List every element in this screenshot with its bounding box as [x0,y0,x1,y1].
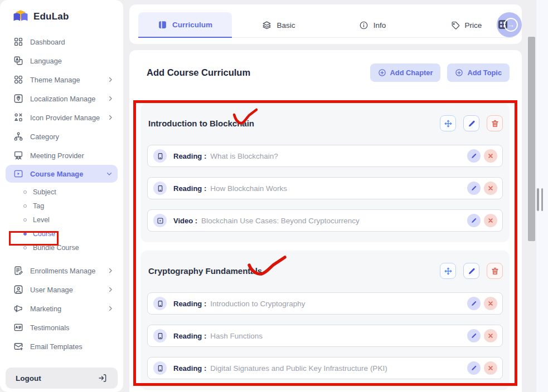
topic-actions [467,214,497,227]
topic-edit-button[interactable] [467,329,481,342]
chapter-edit-button[interactable] [463,115,479,131]
sidebar-item-label: Meeting Provider [30,151,84,160]
tab-bar-card: CurriculumBasicInfoPrice [129,4,522,44]
topic-title: Introduction to Cryptography [210,300,305,308]
topic-edit-button[interactable] [467,149,481,163]
map-pin-icon [13,94,23,104]
sidebar-item-testimonials[interactable]: Testimonials [0,318,123,337]
curriculum-header: Add Course Curriculum Add Chapter Add To… [147,63,510,82]
sidebar-item-category[interactable]: Category [0,127,123,146]
sidebar: EduLab DashboardLanguageTheme ManageLoca… [0,0,123,392]
floating-next-button[interactable]: → [497,12,522,37]
sidebar-item-meeting-provider[interactable]: Meeting Provider [0,146,123,165]
app-root: EduLab DashboardLanguageTheme ManageLoca… [0,0,548,392]
topic-edit-button[interactable] [467,214,481,227]
chapter-move-button[interactable] [440,115,456,131]
page-title: Add Course Curriculum [147,67,250,78]
brand: EduLab [0,0,123,28]
chapter-delete-button[interactable] [487,263,503,279]
add-topic-button[interactable]: Add Topic [447,63,510,82]
reading-icon [153,361,167,375]
chapter-delete-button[interactable] [487,115,503,131]
tab-info[interactable]: Info [326,12,419,38]
sidebar-subitem-label: Course [33,230,55,238]
topic-delete-button[interactable] [484,149,497,163]
topic-edit-button[interactable] [467,361,481,375]
theme-icon [13,75,23,85]
sidebar-item-dashboard[interactable]: Dashboard [0,32,123,51]
tab-basic[interactable]: Basic [232,12,326,38]
plus-circle-icon [455,68,463,77]
chapter-move-button[interactable] [440,263,456,279]
curriculum-card: Add Course Curriculum Add Chapter Add To… [129,50,522,392]
topic-row: Video :Blockchain Use Cases: Beyond Cryp… [147,209,503,232]
topic-row: Reading :What is Blockchain? [147,145,503,167]
sidebar-subitem-label: Subject [33,188,56,196]
chapter-edit-button[interactable] [463,263,479,279]
chapter-actions [440,115,503,131]
topic-delete-button[interactable] [484,214,497,227]
meeting-icon [13,150,23,160]
bullet-icon [23,190,27,194]
topic-delete-button[interactable] [484,297,497,310]
sidebar-item-label: Course Manage [30,170,83,178]
user-icon [13,285,23,295]
topic-title: Digital Signatures and Public Key Infras… [210,364,387,373]
sidebar-item-language[interactable]: Language [0,51,123,70]
chevron-right-icon [106,305,114,312]
chapter-actions [440,263,503,279]
vertical-scrollbar-thumb[interactable] [528,37,535,241]
sidebar-item-theme-manage[interactable]: Theme Manage [0,70,123,89]
chevron-down-icon [105,170,113,178]
arrow-right-circle-icon: → [504,18,518,32]
add-chapter-button[interactable]: Add Chapter [370,63,441,82]
sidebar-item-enrollments-manage[interactable]: Enrollments Manage [0,261,123,280]
topic-delete-button[interactable] [484,182,497,195]
sidebar-subitem-course[interactable]: Course [0,227,123,241]
sidebar-subitem-label: Tag [33,202,44,210]
tab-curriculum[interactable]: Curriculum [138,12,232,38]
sidebar-item-course-manage[interactable]: Course Manage [6,165,118,183]
sidebar-subitem-bundle-course[interactable]: Bundle Course [0,241,123,254]
add-topic-label: Add Topic [467,68,502,77]
main-column: CurriculumBasicInfoPrice → Add Course Cu… [129,0,522,392]
logout-button[interactable]: Logout [6,367,118,389]
topic-row: Reading :Digital Signatures and Public K… [147,357,503,379]
sidebar-item-user-manage[interactable]: User Manage [0,280,123,299]
sidebar-item-marketing[interactable]: Marketing [0,299,123,318]
sidebar-subitem-label: Bundle Course [33,244,79,252]
topic-row: Reading :How Blockchain Works [147,177,503,199]
translate-icon [13,56,23,66]
sidebar-item-icon-provider-manage[interactable]: Icon Provider Manage [0,108,123,127]
topic-edit-button[interactable] [467,182,481,195]
reading-icon [153,182,167,195]
sidebar-subitem-level[interactable]: Level [0,213,123,227]
topic-type-label: Reading : [173,300,206,308]
chapter-title: Introduction to Blockchain [148,119,254,128]
bullet-icon [23,204,27,208]
topic-type-label: Reading : [173,184,206,193]
sidebar-item-email-templates[interactable]: Email Templates [0,337,123,356]
header-actions: Add Chapter Add Topic [370,63,510,82]
info-icon [359,21,368,30]
topic-title: Blockchain Use Cases: Beyond Cryptocurre… [201,217,360,225]
doc-pen-icon [13,266,23,276]
topic-title: How Blockchain Works [210,184,287,193]
sitemap-icon [13,131,23,141]
topic-delete-button[interactable] [484,361,497,375]
mail-plus-icon [13,341,23,351]
panel-drag-handle-icon[interactable] [537,188,544,211]
sidebar-subitem-subject[interactable]: Subject [0,185,123,199]
sidebar-item-label: Theme Manage [30,76,80,84]
topic-delete-button[interactable] [484,329,497,342]
topic-type-label: Reading : [173,364,206,373]
sidebar-subitem-tag[interactable]: Tag [0,199,123,213]
topic-edit-button[interactable] [467,297,481,310]
curriculum-icon [158,20,167,30]
bullet-icon [23,218,27,222]
sidebar-item-label: Email Templates [30,342,83,351]
chevron-right-icon [106,76,114,84]
sidebar-item-label: Enrollments Manage [30,267,95,275]
sidebar-item-localization-manage[interactable]: Localization Manage [0,89,123,108]
reading-icon [153,149,167,163]
